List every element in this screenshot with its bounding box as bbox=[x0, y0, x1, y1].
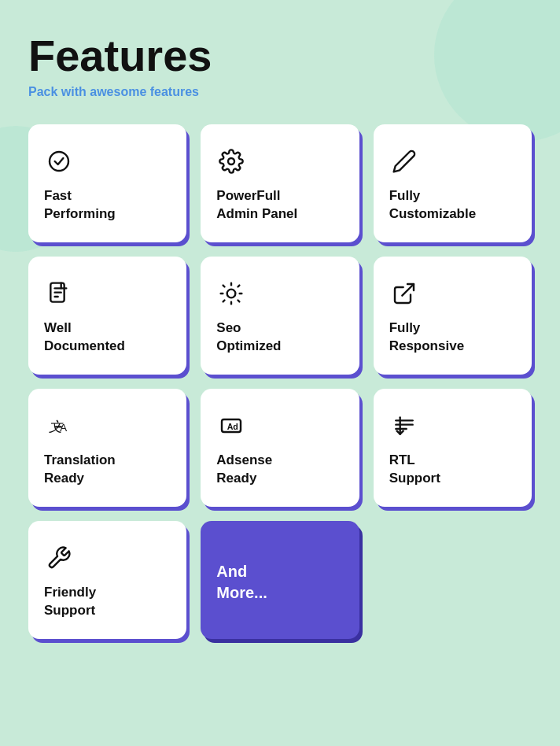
wrench-icon bbox=[44, 543, 74, 573]
feature-card-powerfull-admin: PowerFullAdmin Panel bbox=[201, 124, 359, 242]
feature-label-and-more: AndMore... bbox=[216, 561, 343, 604]
feature-card-seo-optimized: SeoOptimized bbox=[201, 257, 359, 375]
feature-label-adsense-ready: AdsenseReady bbox=[216, 452, 272, 488]
feature-label-friendly-support: FriendlySupport bbox=[44, 584, 96, 620]
feature-label-rtl-support: RTLSupport bbox=[389, 452, 440, 488]
svg-line-10 bbox=[238, 300, 240, 301]
svg-point-1 bbox=[228, 158, 234, 164]
page-subtitle: Pack with awesome features bbox=[28, 85, 532, 99]
ad-icon: Ad bbox=[216, 411, 246, 441]
features-grid: FastPerforming PowerFullAdmin Panel Full… bbox=[28, 124, 532, 639]
feature-card-friendly-support: FriendlySupport bbox=[28, 521, 186, 639]
feature-card-and-more[interactable]: AndMore... bbox=[201, 521, 359, 639]
page-title: Features bbox=[28, 31, 532, 80]
feature-label-seo-optimized: SeoOptimized bbox=[216, 319, 281, 356]
gear-icon bbox=[216, 146, 246, 176]
feature-card-fully-customizable: FullyCustomizable bbox=[374, 124, 532, 242]
feature-label-fully-responsive: FullyResponsive bbox=[389, 319, 464, 356]
feature-label-translation-ready: TranslationReady bbox=[44, 452, 116, 488]
feature-label-powerfull-admin: PowerFullAdmin Panel bbox=[216, 187, 297, 223]
svg-point-0 bbox=[50, 152, 68, 171]
feature-label-fast-performing: FastPerforming bbox=[44, 187, 116, 223]
svg-text:Ad: Ad bbox=[227, 421, 238, 430]
feature-card-translation-ready: 文 A TranslationReady bbox=[28, 389, 186, 507]
svg-line-13 bbox=[223, 300, 225, 301]
feature-card-well-documented: WellDocumented bbox=[28, 257, 186, 375]
translate-icon: 文 A bbox=[44, 411, 74, 441]
document-icon bbox=[44, 279, 74, 308]
svg-point-6 bbox=[227, 289, 236, 297]
feature-card-adsense-ready: Ad AdsenseReady bbox=[201, 389, 359, 507]
feature-card-fully-responsive: FullyResponsive bbox=[374, 257, 532, 375]
feature-label-fully-customizable: FullyCustomizable bbox=[389, 187, 477, 223]
checkmark-circle-icon bbox=[44, 146, 74, 176]
feature-label-well-documented: WellDocumented bbox=[44, 319, 125, 356]
svg-line-9 bbox=[223, 285, 225, 286]
svg-line-15 bbox=[402, 284, 414, 296]
external-link-icon bbox=[389, 279, 419, 308]
feature-card-fast-performing: FastPerforming bbox=[28, 124, 186, 242]
bulb-icon bbox=[216, 279, 246, 308]
pencil-icon bbox=[389, 146, 419, 176]
rtl-icon bbox=[389, 411, 419, 441]
feature-card-rtl-support: RTLSupport bbox=[374, 389, 532, 507]
svg-line-14 bbox=[238, 285, 240, 286]
